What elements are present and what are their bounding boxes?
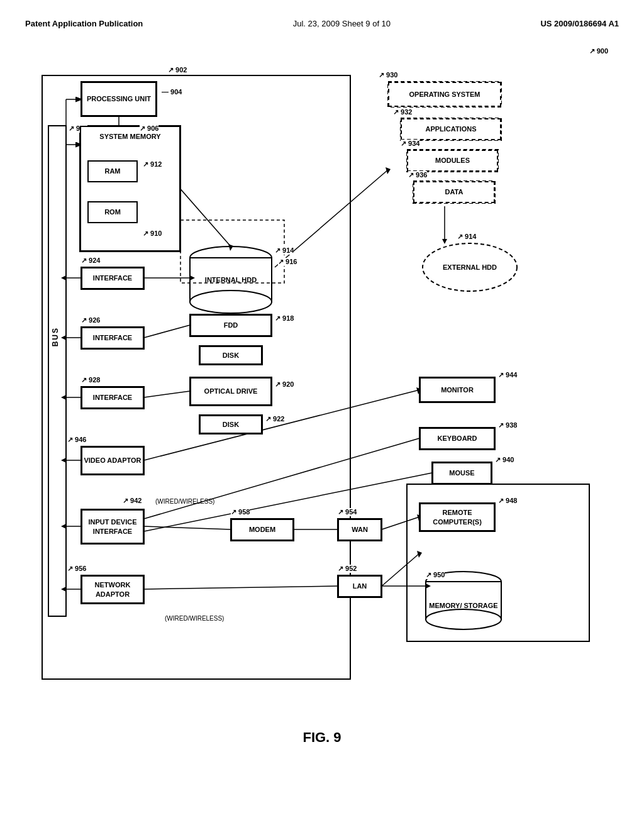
- header-center: Jul. 23, 2009 Sheet 9 of 10: [293, 19, 391, 28]
- label-920: ↗ 920: [275, 380, 294, 389]
- label-932: ↗ 932: [393, 108, 412, 116]
- box-data: DATA: [413, 181, 495, 203]
- label-946: ↗ 946: [67, 436, 86, 444]
- label-wired-wireless-1: (WIRED/WIRELESS): [155, 498, 214, 505]
- svg-marker-50: [61, 458, 66, 463]
- diagram-area: ↗ 900: [30, 44, 614, 723]
- box-mouse: MOUSE: [432, 462, 492, 484]
- box-modem: MODEM: [231, 519, 294, 541]
- svg-rect-1: [48, 126, 66, 616]
- svg-line-80: [144, 586, 338, 589]
- label-936: ↗ 936: [408, 171, 427, 179]
- bus-label: BUS: [51, 327, 60, 346]
- box-rom: ROM: [87, 201, 138, 223]
- label-950: ↗ 950: [426, 571, 445, 579]
- box-interface-924: INTERFACE: [81, 267, 144, 289]
- svg-line-60: [144, 325, 190, 338]
- box-keyboard: KEYBOARD: [419, 428, 495, 450]
- box-interface-928: INTERFACE: [81, 387, 144, 409]
- svg-marker-53: [61, 524, 66, 529]
- box-wan: WAN: [338, 519, 382, 541]
- box-video-adaptor: VIDEO ADAPTOR: [81, 446, 144, 475]
- box-input-device-interface: INPUT DEVICE INTERFACE: [81, 509, 144, 544]
- label-914a: ↗ 914: [275, 246, 294, 255]
- box-optical-drive: OPTICAL DRIVE: [190, 377, 272, 406]
- label-910: ↗ 910: [143, 230, 162, 238]
- label-902: ↗ 902: [168, 66, 187, 74]
- label-900: ↗ 900: [589, 47, 608, 55]
- svg-line-68: [144, 526, 231, 529]
- label-wired-wireless-2: (WIRED/WIRELESS): [165, 615, 224, 622]
- box-fdd: FDD: [190, 314, 272, 336]
- label-952: ↗ 952: [338, 565, 357, 573]
- header-left: Patent Application Publication: [25, 19, 143, 28]
- header-right: US 2009/0186694 A1: [540, 19, 619, 28]
- box-operating-system: OPERATING SYSTEM: [388, 82, 501, 107]
- label-914b: ↗ 914: [457, 233, 476, 241]
- svg-marker-47: [61, 395, 66, 400]
- label-918: ↗ 918: [275, 314, 294, 323]
- label-958: ↗ 958: [231, 508, 250, 516]
- svg-marker-56: [61, 587, 66, 592]
- label-924: ↗ 924: [81, 257, 100, 265]
- label-926: ↗ 926: [81, 316, 100, 324]
- svg-line-76: [382, 553, 419, 586]
- svg-line-74: [382, 517, 419, 529]
- label-922: ↗ 922: [265, 415, 284, 423]
- box-network-adaptor: NETWORK ADAPTOR: [81, 575, 144, 604]
- label-942: ↗ 942: [123, 497, 142, 505]
- svg-line-66: [144, 390, 419, 460]
- box-lan: LAN: [338, 575, 382, 597]
- label-928: ↗ 928: [81, 376, 100, 384]
- label-904: — 904: [162, 88, 182, 96]
- label-916: ↗ 916: [278, 258, 297, 266]
- label-944: ↗ 944: [498, 371, 517, 379]
- label-930: ↗ 930: [379, 71, 397, 79]
- label-956: ↗ 956: [67, 565, 86, 573]
- svg-marker-44: [61, 335, 66, 340]
- label-934: ↗ 934: [401, 140, 419, 148]
- label-940: ↗ 940: [495, 456, 514, 464]
- label-906: ↗ 906: [140, 124, 158, 133]
- box-processing-unit: PROCESSING UNIT: [81, 82, 157, 116]
- box-remote-computers: REMOTE COMPUTER(S): [419, 503, 495, 531]
- box-internal-hdd: INTERNAL HDD: [190, 246, 272, 313]
- label-912: ↗ 912: [143, 160, 162, 169]
- box-system-memory: SYSTEM MEMORY: [80, 126, 180, 252]
- box-disk-optical: DISK: [199, 415, 262, 434]
- label-938: ↗ 938: [498, 421, 517, 429]
- svg-marker-88: [386, 167, 391, 174]
- box-modules: MODULES: [407, 150, 498, 172]
- svg-marker-41: [61, 275, 66, 280]
- page-header: Patent Application Publication Jul. 23, …: [25, 13, 619, 31]
- page: Patent Application Publication Jul. 23, …: [0, 0, 644, 830]
- box-applications: APPLICATIONS: [401, 118, 501, 140]
- label-948: ↗ 948: [498, 497, 517, 505]
- box-monitor: MONITOR: [419, 377, 495, 402]
- label-954: ↗ 954: [338, 508, 357, 516]
- svg-line-91: [144, 438, 419, 519]
- box-memory-storage: MEMORY/ STORAGE: [426, 582, 501, 629]
- svg-line-63: [144, 391, 190, 397]
- fig-label: FIG. 9: [25, 729, 619, 746]
- box-ram: RAM: [87, 160, 138, 182]
- box-interface-926: INTERFACE: [81, 327, 144, 349]
- box-external-hdd: EXTERNAL HDD: [423, 243, 517, 291]
- box-disk-fdd: DISK: [199, 346, 262, 365]
- svg-marker-77: [417, 551, 422, 558]
